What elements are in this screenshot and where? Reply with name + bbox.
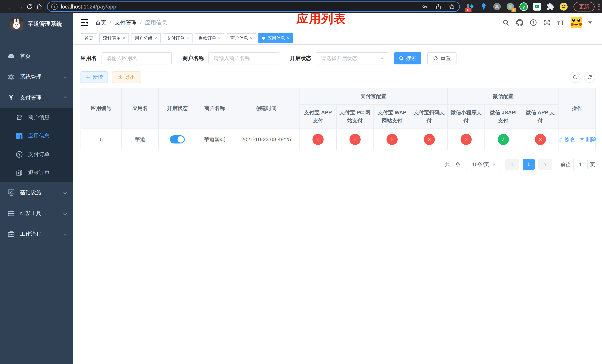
cell-alipay-qr-status: ×	[411, 129, 448, 150]
reset-button[interactable]: 重置	[427, 52, 456, 64]
export-button[interactable]: 导出	[112, 72, 141, 83]
app-name-input[interactable]	[106, 55, 167, 61]
search-icon[interactable]	[502, 19, 510, 26]
status-cross-icon: ×	[461, 134, 472, 145]
extension-y-icon[interactable]: y	[519, 2, 528, 11]
cell-created: 2021-10-23 08:49:25	[233, 129, 299, 150]
close-icon[interactable]: ×	[123, 36, 125, 41]
delete-link[interactable]: 删除	[580, 136, 596, 143]
page-size-select[interactable]: 10条/页	[466, 159, 501, 170]
tag-pay-orders[interactable]: 支付订单×	[163, 33, 193, 43]
sidebar-item-dev-tools[interactable]: 研发工具	[0, 203, 73, 224]
extension-diamond-icon[interactable]: 10	[466, 2, 475, 11]
active-dot	[262, 37, 265, 40]
sidebar-item-workflow[interactable]: 工作流程	[0, 224, 73, 244]
current-page[interactable]: 1	[523, 159, 535, 170]
cell-alipay-wap-status: ×	[373, 129, 411, 150]
extensions-puzzle-icon[interactable]	[546, 2, 555, 11]
tag-home[interactable]: 首页	[81, 33, 97, 43]
status-select[interactable]: 请选择开启状态	[316, 52, 388, 64]
browser-menu-icon[interactable]	[598, 4, 600, 10]
avatar-caret-icon[interactable]	[588, 21, 592, 24]
close-icon[interactable]: ×	[218, 36, 221, 41]
refresh-button[interactable]	[584, 72, 595, 83]
sidebar-item-system[interactable]: 系统管理	[0, 67, 73, 87]
font-size-icon[interactable]: тT	[557, 19, 565, 26]
extension-emoji-icon[interactable]	[559, 2, 568, 11]
red-annotation-text: 应用列表	[297, 11, 346, 27]
sidebar-menu: 首页 系统管理	[0, 46, 73, 244]
sidebar-item-payment[interactable]: ¥ 支付管理	[0, 87, 73, 108]
back-icon[interactable]: ←	[6, 2, 15, 11]
extension-command-icon[interactable]: ⌘	[493, 2, 501, 11]
share-icon[interactable]	[435, 3, 441, 10]
table-row: 6 芋道 芋道源码 2021-10-23 08:49:25 × × × × × …	[81, 129, 595, 150]
yen-circle-icon: ¥	[15, 151, 23, 158]
breadcrumb-payment[interactable]: 支付管理	[114, 19, 137, 26]
reload-icon[interactable]	[25, 2, 34, 11]
pagination: 共 1 条 10条/页 ‹ 1 › 前往 页	[81, 159, 595, 170]
close-icon[interactable]: ×	[186, 36, 189, 41]
sidebar-item-home[interactable]: 首页	[0, 46, 73, 67]
extension-balloon-icon[interactable]	[479, 2, 488, 11]
next-page-button[interactable]: ›	[538, 159, 552, 170]
sidebar-item-pay-orders[interactable]: ¥ 支付订单	[0, 145, 73, 164]
group-wechat-config: 微信配置	[448, 88, 559, 105]
col-enabled: 开启状态	[159, 88, 196, 129]
sidebar-item-refund-orders[interactable]: 退款订单	[0, 164, 73, 182]
forward-icon[interactable]: →	[15, 2, 25, 11]
sidebar-item-merchant-info[interactable]: 商户信息	[0, 108, 73, 127]
navbar-actions: ? тT	[502, 17, 592, 28]
col-alipay-qr: 支付宝扫码支付	[411, 105, 448, 129]
breadcrumb: 首页 / 支付管理 / 应用信息	[95, 19, 167, 26]
svg-text:¥: ¥	[18, 152, 20, 156]
merchant-name-field[interactable]	[208, 52, 279, 64]
extension-chat-icon[interactable]	[533, 2, 541, 11]
edit-link[interactable]: 修改	[558, 136, 575, 143]
breadcrumb-home[interactable]: 首页	[95, 19, 106, 26]
enabled-switch[interactable]	[170, 135, 185, 143]
site-info-icon[interactable]: i	[51, 3, 58, 10]
payment-submenu: 商户信息 应用信息	[0, 108, 73, 182]
home-icon[interactable]	[34, 2, 44, 11]
close-icon[interactable]: ×	[250, 36, 252, 41]
app-logo	[10, 18, 22, 30]
fullscreen-icon[interactable]	[543, 19, 551, 26]
app-name-field[interactable]	[101, 52, 172, 64]
extension-badge: 1	[511, 8, 516, 12]
chevron-down-icon	[63, 75, 67, 79]
chevron-down-icon	[63, 212, 67, 215]
screenshot-root: ← → i localhost:1024/pay/app	[0, 0, 602, 364]
tag-process-form[interactable]: 流程表单×	[99, 33, 129, 43]
help-icon[interactable]: ?	[529, 19, 537, 26]
close-icon[interactable]: ×	[154, 36, 157, 41]
user-avatar[interactable]	[570, 17, 582, 28]
url-bar[interactable]: i localhost:1024/pay/app	[47, 1, 460, 12]
browser-update-button[interactable]: 更新	[573, 2, 595, 11]
sidebar-item-app-info[interactable]: 应用信息	[0, 127, 73, 145]
tag-app-info[interactable]: 应用信息×	[258, 33, 293, 43]
extension-recorder-icon[interactable]: 1	[506, 2, 515, 11]
cell-enabled	[159, 129, 196, 150]
password-key-icon[interactable]	[421, 3, 428, 10]
cell-app-id: 6	[81, 129, 122, 150]
col-app-id: 应用编号	[81, 88, 122, 129]
sidebar-fold-icon[interactable]	[81, 19, 89, 26]
goto-page-input[interactable]	[573, 159, 588, 170]
close-icon[interactable]: ×	[287, 36, 290, 41]
col-wechat-app: 微信 APP 支付	[522, 105, 559, 129]
add-button[interactable]: 新增	[81, 72, 108, 83]
logo-row[interactable]: 芋道管理系统	[0, 13, 73, 34]
prev-page-button[interactable]: ‹	[505, 159, 519, 170]
page-content: 应用名 商户名称 开启状态 请选择开启状态	[73, 45, 602, 364]
github-icon[interactable]	[516, 19, 524, 26]
tag-refund-orders[interactable]: 退款订单×	[195, 33, 224, 43]
toggle-search-button[interactable]	[570, 72, 580, 83]
bookmark-star-icon[interactable]	[449, 3, 455, 10]
sidebar-item-infrastructure[interactable]: 基础设施	[0, 182, 73, 203]
tag-user-group[interactable]: 用户分组×	[131, 33, 161, 43]
tag-merchant-info[interactable]: 商户信息×	[226, 33, 256, 43]
url-text: localhost:1024/pay/app	[61, 4, 116, 10]
merchant-name-input[interactable]	[214, 55, 274, 61]
search-button[interactable]: 搜索	[394, 52, 421, 64]
